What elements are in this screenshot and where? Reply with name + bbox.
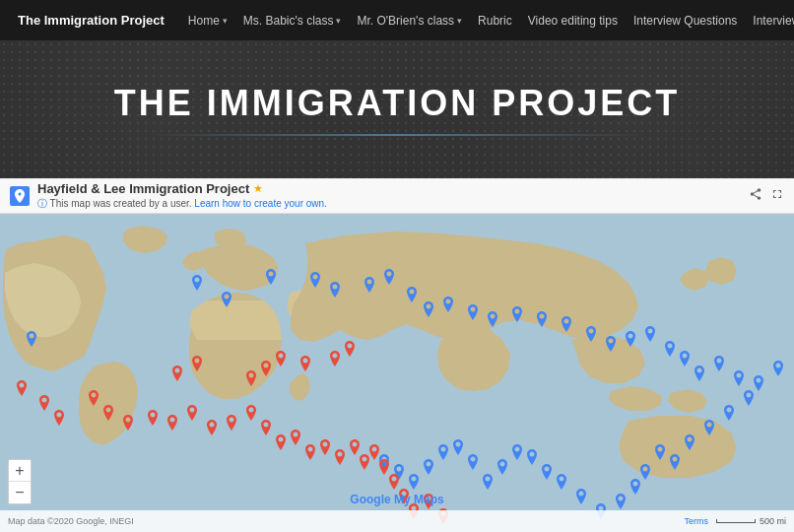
blue-map-pin[interactable] bbox=[575, 489, 587, 504]
blue-map-pin[interactable] bbox=[526, 449, 538, 465]
red-map-pin[interactable] bbox=[53, 410, 65, 426]
hero-divider bbox=[151, 134, 643, 136]
blue-map-pin[interactable] bbox=[309, 272, 321, 288]
blue-map-pin[interactable] bbox=[26, 331, 37, 347]
blue-map-pin[interactable] bbox=[733, 370, 745, 386]
blue-map-pin[interactable] bbox=[482, 474, 494, 490]
red-map-pin[interactable] bbox=[147, 410, 159, 426]
blue-map-pin[interactable] bbox=[452, 439, 464, 455]
red-map-pin[interactable] bbox=[299, 356, 311, 371]
red-map-pin[interactable] bbox=[88, 390, 99, 406]
blue-map-pin[interactable] bbox=[265, 269, 277, 285]
map-body[interactable]: + − Google My Maps Map data ©2020 Google… bbox=[0, 214, 794, 532]
blue-map-pin[interactable] bbox=[743, 390, 755, 406]
blue-map-pin[interactable] bbox=[644, 326, 656, 342]
blue-map-pin[interactable] bbox=[723, 405, 735, 421]
red-map-pin[interactable] bbox=[388, 474, 400, 490]
nav-item-home[interactable]: Home ▾ bbox=[180, 0, 235, 40]
blue-map-pin[interactable] bbox=[654, 444, 666, 460]
blue-map-pin[interactable] bbox=[684, 434, 695, 450]
blue-map-pin[interactable] bbox=[329, 282, 341, 298]
blue-map-pin[interactable] bbox=[511, 306, 523, 322]
nav-item-interview-questions[interactable]: Interview Questions bbox=[626, 0, 745, 40]
blue-map-pin[interactable] bbox=[383, 269, 395, 285]
blue-map-pin[interactable] bbox=[423, 459, 434, 475]
red-map-pin[interactable] bbox=[304, 444, 316, 460]
blue-map-pin[interactable] bbox=[487, 311, 498, 327]
blue-map-pin[interactable] bbox=[541, 464, 553, 480]
red-map-pin[interactable] bbox=[102, 405, 114, 421]
red-map-pin[interactable] bbox=[226, 415, 237, 431]
red-map-pin[interactable] bbox=[260, 361, 272, 376]
blue-map-pin[interactable] bbox=[694, 366, 705, 381]
map-star-icon[interactable]: ★ bbox=[253, 182, 263, 195]
blue-map-pin[interactable] bbox=[639, 464, 651, 480]
red-map-pin[interactable] bbox=[206, 420, 218, 435]
nav-item-mr--o-brien-s-class[interactable]: Mr. O'Brien's class ▾ bbox=[349, 0, 470, 40]
hero-section: THE IMMIGRATION PROJECT bbox=[0, 40, 794, 178]
blue-map-pin[interactable] bbox=[191, 275, 203, 291]
blue-map-pin[interactable] bbox=[615, 494, 627, 509]
blue-map-pin[interactable] bbox=[625, 331, 636, 347]
blue-map-pin[interactable] bbox=[423, 301, 434, 317]
blue-map-pin[interactable] bbox=[713, 356, 725, 371]
blue-map-pin[interactable] bbox=[561, 316, 572, 332]
red-map-pin[interactable] bbox=[166, 415, 178, 431]
blue-map-pin[interactable] bbox=[437, 444, 449, 460]
blue-map-pin[interactable] bbox=[585, 326, 597, 342]
blue-map-pin[interactable] bbox=[753, 375, 764, 391]
fullscreen-icon[interactable] bbox=[770, 187, 784, 204]
blue-map-pin[interactable] bbox=[221, 292, 232, 307]
nav-item-ms--babic-s-class[interactable]: Ms. Babic's class ▾ bbox=[235, 0, 350, 40]
scale-bar bbox=[716, 519, 756, 523]
red-map-pin[interactable] bbox=[245, 370, 257, 386]
red-map-pin[interactable] bbox=[122, 415, 134, 431]
red-map-pin[interactable] bbox=[368, 444, 380, 460]
nav-item-rubric[interactable]: Rubric bbox=[470, 0, 520, 40]
chevron-down-icon: ▾ bbox=[457, 16, 462, 26]
scale-label: 500 mi bbox=[760, 516, 786, 526]
red-map-pin[interactable] bbox=[290, 430, 301, 445]
blue-map-pin[interactable] bbox=[511, 444, 523, 460]
navbar-brand[interactable]: The Immigration Project bbox=[10, 13, 172, 28]
blue-map-pin[interactable] bbox=[467, 304, 479, 320]
blue-map-pin[interactable] bbox=[669, 454, 681, 470]
blue-map-pin[interactable] bbox=[467, 454, 479, 470]
red-map-pin[interactable] bbox=[334, 449, 346, 465]
nav-item-interview-tips[interactable]: Interview Tips bbox=[745, 0, 794, 40]
blue-map-pin[interactable] bbox=[408, 474, 420, 490]
red-map-pin[interactable] bbox=[16, 380, 28, 396]
blue-map-pin[interactable] bbox=[679, 351, 691, 366]
blue-map-pin[interactable] bbox=[703, 420, 715, 435]
zoom-in-button[interactable]: + bbox=[9, 460, 31, 482]
red-map-pin[interactable] bbox=[344, 341, 356, 357]
red-map-pin[interactable] bbox=[245, 405, 257, 421]
red-map-pin[interactable] bbox=[275, 351, 287, 366]
red-map-pin[interactable] bbox=[349, 439, 361, 455]
blue-map-pin[interactable] bbox=[629, 479, 641, 495]
red-map-pin[interactable] bbox=[171, 366, 183, 381]
red-map-pin[interactable] bbox=[191, 356, 203, 371]
map-terms-link[interactable]: Terms bbox=[684, 516, 708, 526]
red-map-pin[interactable] bbox=[38, 395, 50, 411]
blue-map-pin[interactable] bbox=[536, 311, 548, 327]
nav-item-video-editing-tips[interactable]: Video editing tips bbox=[520, 0, 626, 40]
blue-map-pin[interactable] bbox=[605, 336, 617, 352]
red-map-pin[interactable] bbox=[329, 351, 341, 366]
red-map-pin[interactable] bbox=[186, 405, 198, 421]
zoom-out-button[interactable]: − bbox=[9, 482, 31, 503]
blue-map-pin[interactable] bbox=[772, 361, 784, 376]
blue-map-pin[interactable] bbox=[664, 341, 676, 357]
map-learn-link[interactable]: Learn how to create your own. bbox=[194, 198, 327, 209]
red-map-pin[interactable] bbox=[319, 439, 331, 455]
red-map-pin[interactable] bbox=[275, 434, 287, 450]
share-icon[interactable] bbox=[749, 187, 762, 204]
blue-map-pin[interactable] bbox=[496, 459, 508, 475]
navbar: The Immigration Project Home ▾Ms. Babic'… bbox=[0, 0, 794, 40]
blue-map-pin[interactable] bbox=[442, 297, 454, 312]
blue-map-pin[interactable] bbox=[364, 277, 375, 293]
blue-map-pin[interactable] bbox=[406, 287, 418, 302]
blue-map-pin[interactable] bbox=[556, 474, 567, 490]
red-map-pin[interactable] bbox=[378, 459, 390, 475]
red-map-pin[interactable] bbox=[260, 420, 272, 435]
